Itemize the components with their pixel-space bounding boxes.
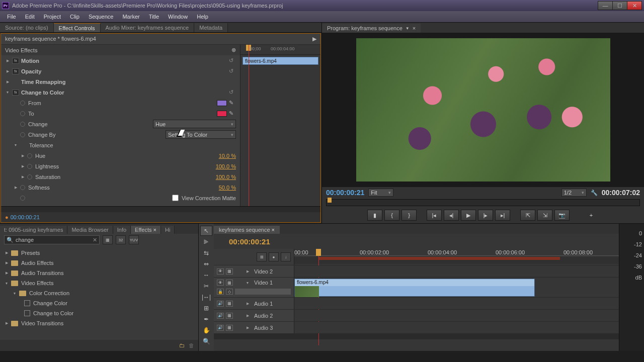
menu-file[interactable]: File: [3, 13, 20, 21]
timeline-playhead[interactable]: [316, 249, 321, 256]
effect-motion[interactable]: fx Motion ↺: [1, 55, 240, 66]
saturation-value[interactable]: 100.0 %: [216, 174, 236, 180]
marker-icon[interactable]: ●: [269, 252, 279, 261]
twirl-icon[interactable]: [5, 58, 10, 63]
add-button-icon[interactable]: +: [584, 210, 599, 221]
delete-icon[interactable]: 🗑: [189, 342, 194, 348]
view-matte-checkbox[interactable]: [172, 195, 179, 201]
change-dropdown[interactable]: Hue: [153, 120, 236, 128]
from-color-swatch[interactable]: [217, 100, 227, 106]
tab-effects[interactable]: Effects ×: [131, 226, 161, 234]
effect-time-remapping[interactable]: Time Remapping: [1, 76, 240, 87]
program-timecode-left[interactable]: 00:00:00:21: [326, 189, 364, 197]
selection-tool[interactable]: ↖: [200, 226, 212, 236]
timeline-h-scrollbar[interactable]: [214, 333, 619, 339]
eyedropper-icon[interactable]: ✎: [229, 110, 236, 117]
menu-clip[interactable]: Clip: [66, 13, 84, 21]
program-monitor[interactable]: [322, 33, 644, 187]
menu-project[interactable]: Project: [40, 13, 65, 21]
tab-source[interactable]: Source: (no clips): [0, 23, 54, 32]
mark-in-button[interactable]: ▮: [367, 210, 382, 221]
timeline-timecode[interactable]: 00:00:00:21: [229, 237, 270, 246]
step-back-button[interactable]: ◂|: [444, 210, 459, 221]
tab-history[interactable]: Hi: [161, 226, 175, 234]
goto-in-button[interactable]: |◂: [427, 210, 442, 221]
effect-change-to-color[interactable]: fx Change to Color ↺: [1, 87, 240, 98]
fit-dropdown[interactable]: Fit: [368, 189, 393, 197]
new-bin-icon[interactable]: 🗀: [179, 342, 185, 348]
slide-tool[interactable]: ⊞: [200, 303, 212, 313]
program-scrub-bar[interactable]: [326, 199, 640, 206]
keyframe-icon[interactable]: ◇: [226, 289, 233, 295]
menu-marker[interactable]: Marker: [118, 13, 143, 21]
maximize-button[interactable]: ☐: [612, 1, 627, 10]
tab-media-browser[interactable]: Media Browser: [67, 226, 113, 234]
to-color-swatch[interactable]: [217, 111, 227, 117]
tab-metadata[interactable]: Metadata: [194, 23, 228, 32]
tab-effect-controls[interactable]: Effect Controls: [54, 23, 101, 32]
extract-button[interactable]: ⇲: [537, 210, 552, 221]
minimize-button[interactable]: —: [598, 1, 613, 10]
ec-clip-bar[interactable]: flowers-6.mp4: [243, 57, 318, 65]
slip-tool[interactable]: |↔|: [200, 292, 212, 302]
change-by-dropdown[interactable]: Setting To Color: [166, 130, 236, 139]
tree-color-correction[interactable]: Color Correction: [0, 288, 198, 298]
mute-icon[interactable]: 🔊: [217, 301, 224, 307]
clear-search-icon[interactable]: ✕: [93, 237, 97, 243]
step-fwd-button[interactable]: |▸: [478, 210, 493, 221]
pen-tool[interactable]: ✒: [200, 314, 212, 324]
rolling-edit-tool[interactable]: ⇔: [200, 259, 212, 269]
lightness-value[interactable]: 100.0 %: [216, 163, 236, 169]
effect-opacity[interactable]: fx Opacity ↺: [1, 66, 240, 76]
tree-audio-effects[interactable]: Audio Effects: [0, 258, 198, 268]
play-button[interactable]: ▶: [461, 210, 476, 221]
hand-tool[interactable]: ✋: [200, 325, 212, 335]
work-area-bar[interactable]: [318, 257, 560, 260]
param-tolerance[interactable]: Tolerance: [1, 140, 240, 150]
snap-icon[interactable]: ⊞: [257, 252, 267, 261]
tree-change-to-color[interactable]: Change to Color: [0, 308, 198, 318]
rate-stretch-tool[interactable]: ↔: [200, 270, 212, 280]
zoom-dropdown[interactable]: 1/2: [561, 189, 587, 197]
tab-audio-mixer[interactable]: Audio Mixer: keyframes sequence: [101, 23, 195, 32]
tree-presets[interactable]: Presets: [0, 248, 198, 258]
set-out-button[interactable]: }: [401, 210, 417, 221]
tab-info[interactable]: Info: [113, 226, 131, 234]
timeline-ruler[interactable]: 00:00 00:00:02:00 00:00:04:00 00:00:06:0…: [294, 249, 619, 265]
menu-edit[interactable]: Edit: [21, 13, 39, 21]
fx-filter-accel-icon[interactable]: ▦: [103, 235, 113, 244]
tab-sequence[interactable]: keyframes sequence ×: [214, 226, 280, 234]
lock-icon[interactable]: 🔒: [217, 289, 224, 295]
goto-out-button[interactable]: ▸|: [495, 210, 510, 221]
timeline-clip[interactable]: flowers-6.mp4: [294, 279, 535, 297]
hue-value[interactable]: 10.0 %: [219, 153, 236, 159]
export-frame-button[interactable]: 📷: [554, 210, 570, 221]
stopwatch-icon[interactable]: [20, 101, 25, 106]
toggle-track-output-icon[interactable]: 👁: [217, 268, 224, 275]
menu-sequence[interactable]: Sequence: [85, 13, 118, 21]
settings-icon[interactable]: ↓: [281, 252, 291, 261]
tree-video-effects[interactable]: Video Effects: [0, 278, 198, 288]
tree-video-transitions[interactable]: Video Transitions: [0, 318, 198, 328]
playhead-icon[interactable]: [328, 198, 332, 203]
reset-icon[interactable]: ↺: [229, 57, 236, 64]
zoom-tool[interactable]: 🔍: [200, 336, 212, 346]
fx-filter-32bit-icon[interactable]: 32: [116, 235, 126, 244]
softness-value[interactable]: 50.0 %: [219, 185, 236, 191]
ec-timecode[interactable]: 00:00:00:21: [11, 214, 40, 220]
ec-mini-timeline[interactable]: 00;00 00:00:04:00 flowers-6.mp4: [240, 45, 320, 206]
fx-filter-yuv-icon[interactable]: YUV: [129, 235, 139, 244]
ec-h-scrollbar[interactable]: [1, 206, 320, 212]
tab-program[interactable]: Program: keyframes sequence▼×: [322, 24, 421, 33]
tree-audio-transitions[interactable]: Audio Transitions: [0, 268, 198, 278]
menu-window[interactable]: Window: [164, 13, 192, 21]
tree-change-color[interactable]: Change Color: [0, 298, 198, 308]
menu-title[interactable]: Title: [145, 13, 163, 21]
eyedropper-icon[interactable]: ✎: [229, 100, 236, 107]
menu-help[interactable]: Help: [193, 13, 212, 21]
track-select-tool[interactable]: ⫸: [200, 237, 212, 247]
lift-button[interactable]: ⇱: [520, 210, 535, 221]
razor-tool[interactable]: ✂: [200, 281, 212, 291]
set-in-button[interactable]: {: [384, 210, 399, 221]
ripple-edit-tool[interactable]: ⇆: [200, 248, 212, 258]
